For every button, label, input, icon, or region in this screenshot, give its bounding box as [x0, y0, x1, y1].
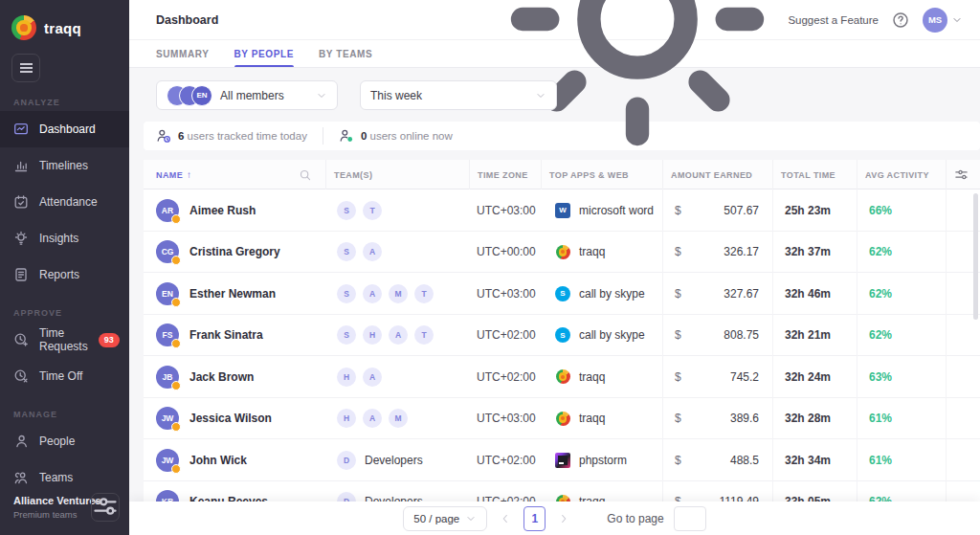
app-name: traqq	[579, 370, 605, 384]
main-area: Dashboard Suggest a Feature MS SUMMARY B…	[129, 0, 980, 535]
notification-badge: 93	[99, 333, 120, 347]
currency-symbol: $	[675, 454, 681, 467]
page-size-select[interactable]: 50 / page	[403, 506, 487, 531]
sidebar-item-timelines[interactable]: Timelines	[0, 147, 129, 184]
avatar: FS	[156, 323, 179, 346]
sidebar-section-label: MANAGE	[13, 410, 129, 419]
team-chip[interactable]: H	[363, 325, 382, 345]
workspace-settings-button[interactable]	[91, 493, 120, 522]
chevron-down-icon	[465, 513, 477, 524]
top-app-cell: Scall by skype	[541, 315, 662, 357]
team-chip[interactable]: S	[337, 325, 356, 345]
current-page-button[interactable]: 1	[523, 506, 546, 531]
member-avatar: EN	[191, 85, 212, 106]
goto-page-input[interactable]	[674, 506, 706, 531]
brand-logo: traqq	[0, 0, 129, 44]
team-chip[interactable]: T	[363, 201, 382, 220]
tab-summary[interactable]: SUMMARY	[156, 40, 210, 67]
team-chip[interactable]: M	[389, 409, 408, 428]
user-avatar[interactable]: MS	[923, 8, 947, 33]
sidebar-item-dashboard[interactable]: Dashboard	[0, 111, 129, 147]
team-chip[interactable]: M	[389, 284, 408, 303]
team-chip[interactable]: S	[337, 201, 356, 220]
people-icon	[13, 434, 29, 449]
amount-value: 326.17	[724, 245, 759, 258]
team-chip[interactable]: T	[414, 284, 434, 303]
user-name: Esther Newman	[189, 287, 276, 301]
period-filter-select[interactable]: This week	[360, 80, 557, 110]
timezone-cell: UTC+03:00	[469, 189, 541, 232]
sidebar-item-time-off[interactable]: Time Off	[0, 358, 129, 394]
tab-by-teams[interactable]: BY TEAMS	[319, 40, 372, 67]
table-row[interactable]: JWJessica WilsonHAMUTC+03:00traqq$389.63…	[144, 398, 980, 440]
team-chip[interactable]: A	[363, 409, 382, 428]
name-cell: FSFrank Sinatra	[144, 315, 325, 357]
amount-value: 488.5	[730, 454, 759, 467]
prev-page-button[interactable]	[497, 510, 514, 527]
teams-cell: HAM	[325, 398, 469, 440]
column-header-name[interactable]: NAME↑	[144, 160, 325, 189]
top-app-cell: phpstorm	[541, 439, 662, 481]
name-cell: JWJessica Wilson	[144, 398, 325, 440]
sidebar-item-people[interactable]: People	[0, 423, 129, 459]
teams-cell: SAMT	[325, 273, 469, 315]
timelines-icon	[13, 158, 29, 173]
person-online-icon	[339, 128, 354, 144]
column-header-timezone[interactable]: TIME ZONE	[469, 160, 541, 189]
timezone-cell: UTC+03:00	[469, 398, 541, 440]
sidebar-item-label: Reports	[39, 268, 79, 281]
team-chip[interactable]: H	[337, 409, 356, 428]
tab-by-people[interactable]: BY PEOPLE	[234, 40, 294, 67]
sidebar-item-attendance[interactable]: Attendance	[0, 184, 129, 220]
team-chip[interactable]: T	[414, 325, 434, 345]
top-app-cell: Wmicrosoft word	[541, 189, 662, 232]
table-row[interactable]: FSFrank SinatraSHATUTC+02:00Scall by sky…	[144, 315, 980, 357]
sidebar-item-insights[interactable]: Insights	[0, 220, 129, 256]
row-settings-cell	[946, 439, 980, 481]
team-chip[interactable]: A	[363, 284, 382, 303]
sidebar-item-time-requests[interactable]: Time Requests93	[0, 322, 129, 358]
table-row[interactable]: CGCristina GregorySAUTC+00:00traqq$326.1…	[144, 232, 980, 274]
sidebar-item-label: Insights	[39, 232, 78, 245]
vertical-scrollbar[interactable]	[973, 193, 978, 320]
amount-earned-cell: $745.2	[662, 356, 772, 398]
team-chip[interactable]: A	[363, 242, 382, 261]
sidebar-item-label: Time Requests	[39, 326, 88, 353]
column-header-teams[interactable]: TEAM(S)	[325, 160, 469, 189]
column-settings-icon[interactable]	[954, 167, 969, 182]
sidebar-item-label: Timelines	[39, 159, 88, 172]
search-icon[interactable]	[299, 168, 312, 182]
table-row[interactable]: ARAimee RushSTUTC+03:00Wmicrosoft word$5…	[144, 189, 980, 232]
team-chip[interactable]: H	[337, 368, 356, 387]
avg-activity-cell: 63%	[857, 356, 946, 398]
column-header-top-apps[interactable]: TOP APPS & WEB	[541, 160, 662, 189]
avatar: JW	[156, 449, 179, 472]
column-header-amount-earned[interactable]: AMOUNT EARNED	[662, 160, 772, 189]
row-settings-cell	[946, 398, 980, 440]
team-chip[interactable]: A	[363, 368, 382, 387]
pagination-bar: 50 / page 1 Go to page	[129, 502, 980, 535]
next-page-button[interactable]	[555, 510, 572, 527]
chevron-down-icon[interactable]	[951, 14, 963, 26]
avg-activity-cell: 62%	[857, 315, 946, 357]
sidebar-item-reports[interactable]: Reports	[0, 256, 129, 293]
table-row[interactable]: ENEsther NewmanSAMTUTC+03:00Scall by sky…	[144, 273, 980, 315]
team-chip[interactable]: S	[337, 242, 356, 261]
help-button[interactable]	[892, 11, 909, 29]
team-chip[interactable]: A	[389, 325, 408, 345]
team-chip[interactable]: D	[337, 451, 356, 470]
stat-value: 0	[361, 130, 367, 142]
members-filter-select[interactable]: EN All members	[156, 80, 338, 110]
dashboard-icon	[13, 122, 29, 137]
team-chip[interactable]: S	[337, 284, 356, 303]
column-header-total-time[interactable]: TOTAL TIME	[772, 160, 857, 189]
avatar: JB	[156, 366, 179, 389]
chevron-left-icon	[499, 512, 512, 525]
currency-symbol: $	[675, 328, 681, 342]
column-header-avg-activity[interactable]: AVG ACTIVITY	[857, 160, 946, 189]
table-row[interactable]: JWJohn WickDDevelopersUTC+02:00phpstorm$…	[144, 439, 980, 481]
menu-toggle-button[interactable]	[11, 54, 40, 82]
app-name: traqq	[579, 245, 605, 258]
table-row[interactable]: JBJack BrownHAUTC+02:00traqq$745.232h 24…	[144, 356, 980, 398]
workspace-switcher[interactable]: Alliance Ventures Premium teams	[0, 481, 129, 535]
